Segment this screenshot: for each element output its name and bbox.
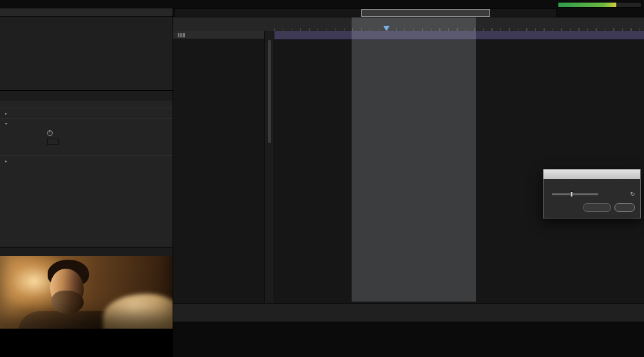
ok-button[interactable]: [614, 203, 635, 212]
chevron-right-icon: ▸: [5, 159, 10, 163]
level-meter: [558, 2, 641, 8]
time-selection-overlay: [352, 17, 476, 302]
chevron-right-icon: ▸: [5, 111, 10, 115]
properties-panel: ▸ ▾ ▸: [0, 101, 173, 247]
section-info[interactable]: ▸: [0, 108, 173, 118]
timeline-ruler[interactable]: [274, 17, 644, 31]
navigator-viewbox[interactable]: [361, 9, 490, 17]
hue-row: ↻: [549, 191, 635, 197]
scrollbar-thumb[interactable]: [268, 40, 271, 143]
track-scrollbar-gutter: [264, 31, 274, 303]
filmstrip-icon: [178, 33, 185, 37]
video-track-lane[interactable]: [274, 31, 644, 40]
playhead-line: [386, 17, 387, 302]
hue-slider-handle[interactable]: [570, 191, 573, 197]
bottom-strip: [173, 321, 644, 357]
dialog-title[interactable]: [544, 169, 640, 179]
video-preview: [0, 256, 173, 329]
transport-bar: [173, 303, 644, 322]
files-column-header: [0, 8, 173, 17]
track-color-dialog: ↻: [543, 169, 641, 218]
video-track-header[interactable]: [173, 31, 264, 39]
cancel-button[interactable]: [583, 203, 611, 212]
clip-color-swatch[interactable]: [47, 139, 59, 145]
section-stretch[interactable]: ▸: [0, 155, 173, 166]
hue-slider[interactable]: [552, 193, 598, 195]
chevron-down-icon: ▾: [5, 121, 10, 126]
timeline-navigator[interactable]: [174, 8, 556, 17]
clip-color-row: [0, 137, 173, 146]
audition-app: ▸ ▾ ▸: [0, 0, 644, 357]
clip-gain-row: [0, 128, 173, 137]
left-panel: ▸ ▾ ▸: [0, 8, 173, 357]
hue-reset-icon[interactable]: ↻: [630, 191, 635, 197]
clip-gain-knob[interactable]: [47, 130, 53, 136]
toolbar-ruler-band: [173, 17, 644, 32]
section-basic-settings[interactable]: ▾: [0, 118, 173, 128]
vignette: [0, 256, 173, 329]
playhead-head[interactable]: [383, 26, 390, 31]
video-panel: [0, 256, 173, 357]
properties-header: [0, 101, 173, 108]
